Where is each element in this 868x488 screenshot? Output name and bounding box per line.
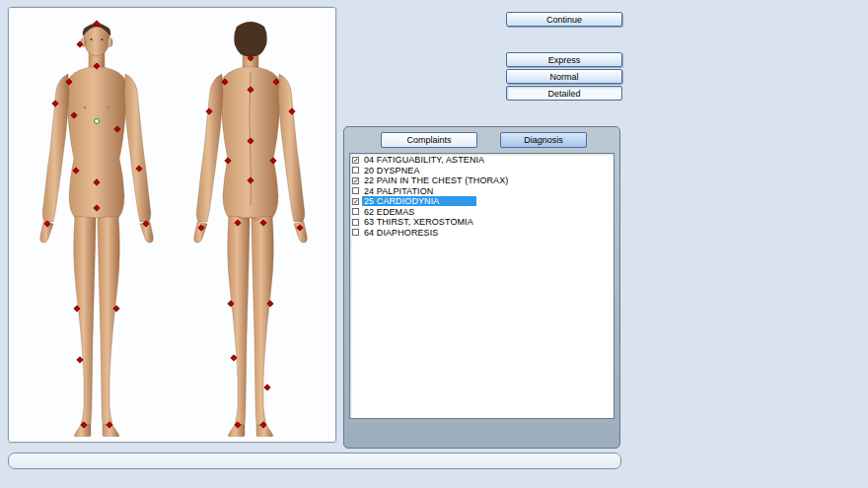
body-point-marker[interactable] <box>260 220 266 226</box>
body-point-marker[interactable] <box>248 55 253 61</box>
body-point-marker[interactable] <box>270 158 276 164</box>
express-button[interactable]: Express <box>506 52 622 67</box>
body-point-marker[interactable] <box>94 205 100 211</box>
detailed-button[interactable]: Detailed <box>506 86 622 101</box>
body-point-marker[interactable] <box>235 220 241 226</box>
body-point-marker[interactable] <box>225 158 231 164</box>
body-point-marker[interactable] <box>206 108 212 114</box>
list-item[interactable]: 64 DIAPHORESIS <box>351 228 614 239</box>
body-point-marker[interactable] <box>267 301 273 307</box>
body-point-marker[interactable] <box>260 422 266 428</box>
list-item-label: 22 PAIN IN THE CHEST (THORAX) <box>362 175 510 185</box>
body-point-marker[interactable] <box>198 225 204 231</box>
body-front-view[interactable] <box>23 13 171 437</box>
list-item-label: 20 DYSPNEA <box>362 166 422 175</box>
unchecked-checkbox[interactable] <box>352 167 359 174</box>
list-item[interactable]: 63 THIRST, XEROSTOMIA <box>351 217 614 228</box>
list-item[interactable]: 20 DYSPNEA <box>351 166 614 176</box>
body-point-marker[interactable] <box>114 126 120 132</box>
body-point-marker[interactable] <box>94 179 100 185</box>
body-point-marker[interactable] <box>235 422 241 428</box>
normal-button[interactable]: Normal <box>506 69 622 84</box>
body-point-marker[interactable] <box>44 221 50 227</box>
body-point-marker[interactable] <box>297 225 303 231</box>
body-point-marker[interactable] <box>248 138 253 144</box>
body-point-marker[interactable] <box>136 166 142 172</box>
unchecked-checkbox[interactable] <box>352 219 359 226</box>
list-item-label: 62 EDEMAS <box>362 207 416 217</box>
body-point-marker[interactable] <box>143 221 149 227</box>
active-point-marker[interactable] <box>94 118 100 124</box>
body-point-marker[interactable] <box>248 177 253 183</box>
body-point-marker[interactable] <box>74 306 80 312</box>
body-point-marker[interactable] <box>77 41 83 47</box>
application-window: Continue Express Normal Detailed Complai… <box>0 0 868 488</box>
checked-checkbox[interactable]: ✓ <box>352 177 359 184</box>
body-point-marker[interactable] <box>228 301 234 307</box>
body-point-marker[interactable] <box>289 108 295 114</box>
body-point-marker[interactable] <box>94 63 100 69</box>
body-point-marker[interactable] <box>73 168 79 174</box>
tab-complaints[interactable]: Complaints <box>381 132 477 148</box>
list-item[interactable]: 62 EDEMAS <box>351 207 614 218</box>
list-item[interactable]: ✓04 FATIGUABILITY, ASTENIA <box>351 155 614 166</box>
body-point-marker[interactable] <box>107 422 112 428</box>
list-item-label: 63 THIRST, XEROSTOMIA <box>362 217 475 227</box>
tab-diagnosis[interactable]: Diagnosis <box>500 132 587 148</box>
status-bar <box>8 453 621 469</box>
body-point-marker[interactable] <box>77 357 83 363</box>
list-item-label: 25 CARDIODYNIA <box>362 196 476 206</box>
body-back-view[interactable] <box>177 13 325 437</box>
body-point-marker[interactable] <box>113 306 119 312</box>
body-point-marker[interactable] <box>66 79 72 85</box>
body-point-marker[interactable] <box>81 422 87 428</box>
unchecked-checkbox[interactable] <box>352 208 359 215</box>
list-item[interactable]: ✓25 CARDIODYNIA <box>351 196 614 207</box>
body-point-marker[interactable] <box>231 355 237 361</box>
continue-button[interactable]: Continue <box>506 12 622 27</box>
complaints-panel: Complaints Diagnosis ✓04 FATIGUABILITY, … <box>343 126 620 449</box>
front-markers <box>23 13 171 437</box>
list-item-label: 24 PALPITATION <box>362 186 435 196</box>
body-point-marker[interactable] <box>71 112 77 118</box>
unchecked-checkbox[interactable] <box>352 187 359 194</box>
body-panel <box>8 7 336 443</box>
body-point-marker[interactable] <box>94 21 100 27</box>
checked-checkbox[interactable]: ✓ <box>352 198 359 205</box>
list-item-label: 04 FATIGUABILITY, ASTENIA <box>362 155 486 165</box>
body-point-marker[interactable] <box>264 384 270 390</box>
unchecked-checkbox[interactable] <box>352 229 359 236</box>
back-markers <box>177 13 325 437</box>
list-item-label: 64 DIAPHORESIS <box>362 228 440 238</box>
body-point-marker[interactable] <box>52 101 58 106</box>
body-point-marker[interactable] <box>273 79 279 85</box>
checked-checkbox[interactable]: ✓ <box>352 157 359 164</box>
list-item[interactable]: ✓22 PAIN IN THE CHEST (THORAX) <box>351 175 614 186</box>
body-point-marker[interactable] <box>222 79 228 85</box>
complaints-list[interactable]: ✓04 FATIGUABILITY, ASTENIA20 DYSPNEA✓22 … <box>349 153 615 419</box>
list-item[interactable]: 24 PALPITATION <box>351 186 614 197</box>
body-point-marker[interactable] <box>248 87 253 93</box>
